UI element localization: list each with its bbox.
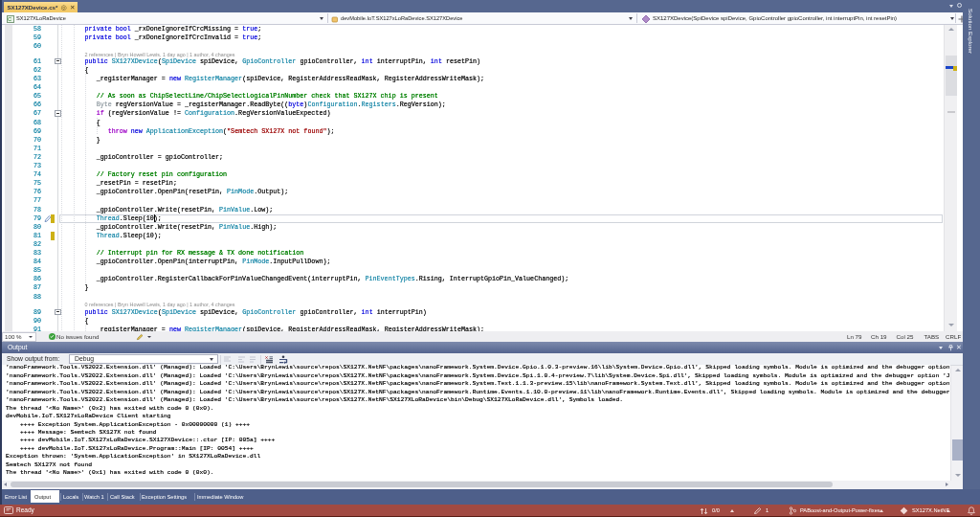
svg-text:C: C <box>8 16 11 22</box>
